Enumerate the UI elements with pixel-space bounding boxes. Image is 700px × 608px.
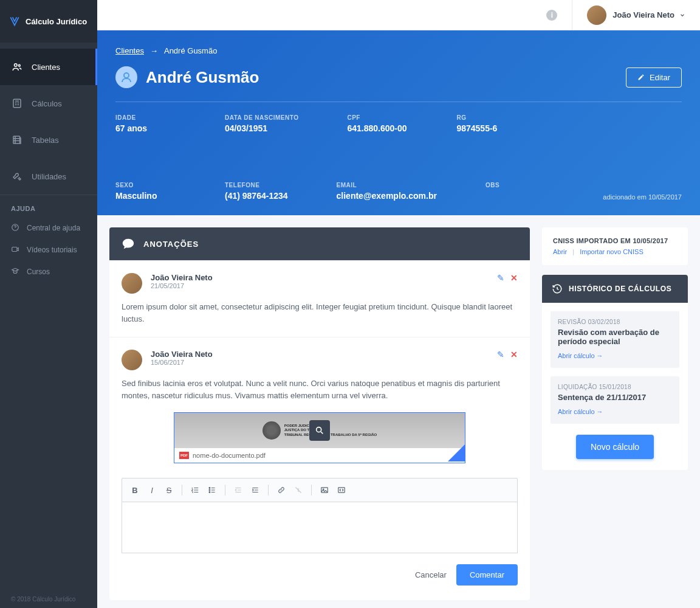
chevron-down-icon [679, 12, 685, 18]
italic-icon[interactable]: I [145, 483, 159, 497]
history-panel: HISTÓRICO DE CÁLCULOS REVISÃO 03/02/2018… [542, 275, 688, 470]
main-nav: Clientes Cálculos Tabelas Utilidades AJU… [0, 43, 97, 586]
history-meta: REVISÃO 03/02/2018 [558, 319, 672, 325]
field-sexo: SEXOMasculino [115, 182, 176, 201]
field-telefone: TELEFONE(41) 98764-1234 [225, 182, 288, 201]
field-nascimento: DATA DE NASCIMENTO04/03/1951 [225, 114, 298, 133]
notes-title: ANOTAÇÕES [143, 240, 199, 249]
svg-rect-5 [12, 247, 17, 252]
topbar: i João Vieira Neto [97, 0, 700, 30]
edit-button[interactable]: Editar [626, 67, 682, 88]
bold-icon[interactable]: B [128, 483, 142, 497]
svg-point-1 [18, 64, 20, 66]
svg-point-8 [209, 488, 210, 489]
history-header: HISTÓRICO DE CÁLCULOS [542, 275, 688, 303]
nav-label: Cálculos [32, 99, 62, 108]
cniss-title: CNISS IMPORTADO EM 10/05/2017 [553, 237, 677, 244]
breadcrumb-root[interactable]: Clientes [115, 46, 144, 55]
sidebar: Cálculo Jurídico Clientes Cálculos Tabel… [0, 0, 97, 608]
history-meta: LIQUIDAÇÃO 15/01/2018 [558, 384, 672, 390]
brand-logo[interactable]: Cálculo Jurídico [0, 0, 97, 43]
svg-point-10 [209, 492, 210, 493]
comment-button[interactable]: Comentar [456, 564, 518, 586]
link-icon[interactable] [275, 483, 288, 497]
nav-label: Utilidades [32, 172, 66, 181]
cancel-button[interactable]: Cancelar [415, 570, 447, 579]
history-item: REVISÃO 03/02/2018 Revisão com averbação… [551, 311, 679, 368]
history-open-link[interactable]: Abrir cálculo → [558, 408, 603, 415]
nav-item-clientes[interactable]: Clientes [0, 49, 97, 85]
field-email: EMAILcliente@exemplo.com.br [337, 182, 437, 201]
clients-icon [11, 61, 23, 73]
note-edit-icon[interactable]: ✎ [497, 273, 504, 283]
history-title: HISTÓRICO DE CÁLCULOS [569, 285, 671, 293]
utils-icon [11, 170, 23, 182]
note-date: 21/05/2017 [151, 282, 213, 289]
breadcrumb: Clientes → André Gusmão [115, 46, 682, 55]
strike-icon[interactable]: S [162, 483, 176, 497]
attachment-preview-text: PODER JUDICIÁRIO JUSTIÇA DO TRABALHO TRI… [284, 424, 377, 437]
help-item-videos[interactable]: Vídeos tutoriais [0, 239, 97, 261]
history-item: LIQUIDAÇÃO 15/01/2018 Sentença de 21/11/… [551, 376, 679, 424]
nav-item-tabelas[interactable]: Tabelas [0, 122, 97, 158]
help-label: Cursos [27, 268, 50, 276]
note-date: 15/06/2017 [151, 359, 213, 366]
note-delete-icon[interactable]: ✕ [510, 350, 518, 359]
svg-point-0 [15, 64, 18, 67]
field-cpf: CPF641.880.600-00 [347, 114, 408, 133]
history-open-link[interactable]: Abrir cálculo → [558, 352, 603, 359]
editor-toolbar: B I S [122, 478, 518, 502]
help-section-title: AJUDA [0, 195, 97, 217]
cniss-import-link[interactable]: Importar novo CNISS [580, 248, 643, 255]
added-on: adicionado em 10/05/2017 [603, 193, 682, 201]
video-icon [11, 245, 21, 255]
nav-label: Clientes [32, 63, 60, 72]
notes-panel-header: ANOTAÇÕES [109, 227, 530, 260]
indent-icon[interactable] [249, 483, 262, 497]
tables-icon [11, 134, 23, 146]
note-body: Lorem ipsum dolor sit amet, consectetur … [122, 301, 518, 325]
help-item-cursos[interactable]: Cursos [0, 261, 97, 283]
attachment[interactable]: PODER JUDICIÁRIO JUSTIÇA DO TRABALHO TRI… [174, 412, 465, 463]
nav-label: Tabelas [32, 136, 59, 145]
page-fold-icon [448, 444, 465, 461]
info-icon[interactable]: i [546, 10, 557, 21]
cniss-card: CNISS IMPORTADO EM 10/05/2017 Abrir | Im… [542, 227, 688, 265]
sidebar-footer: © 2018 Cálculo Jurídico [0, 586, 97, 608]
attachment-footer: PDF nome-do-documento.pdf [174, 448, 465, 463]
logo-icon [9, 15, 21, 27]
image-icon[interactable] [318, 483, 331, 497]
editor-textarea[interactable] [122, 502, 518, 553]
embed-icon[interactable] [335, 483, 348, 497]
note-item: João Vieira Neto 15/06/2017 ✎ ✕ Sed fini… [109, 337, 530, 600]
cniss-open-link[interactable]: Abrir [553, 248, 567, 255]
arrow-right-icon: → [150, 46, 158, 55]
svg-rect-3 [13, 136, 20, 143]
user-name: João Vieira Neto [612, 10, 674, 19]
logo-text: Cálculo Jurídico [26, 17, 87, 26]
pdf-badge-icon: PDF [179, 452, 189, 459]
user-menu[interactable]: João Vieira Neto [572, 0, 685, 30]
breadcrumb-current: André Gusmão [164, 46, 217, 55]
svg-point-9 [209, 489, 210, 491]
zoom-icon[interactable] [309, 420, 330, 441]
unordered-list-icon[interactable] [205, 483, 219, 497]
note-edit-icon[interactable]: ✎ [497, 350, 504, 359]
new-calc-button[interactable]: Novo cálculo [576, 435, 654, 459]
history-clock-icon [552, 283, 563, 294]
field-obs: OBS [486, 182, 546, 201]
note-body: Sed finibus lacinia eros et volutpat. Nu… [122, 378, 518, 401]
page-title: André Gusmão [146, 68, 259, 87]
client-header: Clientes → André Gusmão André Gusmão Edi… [97, 30, 700, 215]
note-avatar [122, 273, 142, 294]
history-item-title: Sentença de 21/11/2017 [558, 393, 672, 402]
note-avatar [122, 350, 142, 370]
user-avatar [587, 5, 606, 25]
help-icon [11, 223, 21, 233]
help-item-central[interactable]: Central de ajuda [0, 217, 97, 239]
courses-icon [11, 267, 21, 277]
nav-item-utilidades[interactable]: Utilidades [0, 158, 97, 195]
note-delete-icon[interactable]: ✕ [510, 273, 518, 283]
ordered-list-icon[interactable] [188, 483, 202, 497]
nav-item-calculos[interactable]: Cálculos [0, 85, 97, 122]
